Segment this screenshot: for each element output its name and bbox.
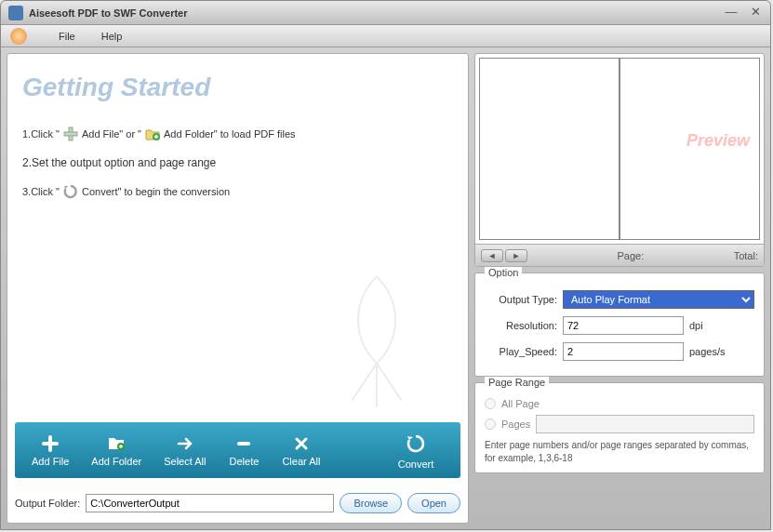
all-page-row: All Page	[485, 398, 754, 409]
resolution-input[interactable]	[563, 316, 684, 335]
minus-icon	[234, 434, 253, 453]
svg-rect-4	[237, 442, 250, 446]
pages-radio[interactable]	[485, 419, 496, 430]
preview-nav: ◄ ► Page: Total:	[475, 244, 764, 266]
pages-label: Pages	[501, 419, 530, 430]
clear-all-label: Clear All	[282, 456, 320, 467]
menubar: File Help	[1, 25, 770, 47]
folder-plus-icon	[143, 125, 162, 143]
resolution-unit: dpi	[689, 320, 703, 331]
clear-all-button[interactable]: Clear All	[273, 431, 329, 471]
step-2: 2.Set the output option and page range	[22, 156, 453, 169]
delete-label: Delete	[230, 456, 260, 467]
preview-watermark: Preview	[686, 131, 750, 151]
output-type-row: Output Type: Auto Play Format	[485, 290, 754, 309]
page-label: Page:	[617, 250, 644, 261]
page-range-hint: Enter page numbers and/or page ranges se…	[485, 439, 754, 465]
add-folder-label: Add Folder	[91, 456, 141, 467]
preview-pages: Preview	[475, 54, 764, 244]
pages-row: Pages	[485, 415, 754, 433]
logo-icon	[10, 28, 27, 45]
arrow-right-icon	[176, 434, 194, 453]
option-fieldset: Option Output Type: Auto Play Format Res…	[474, 273, 765, 377]
play-speed-input[interactable]	[563, 342, 684, 361]
window-controls: — ✕	[724, 6, 763, 20]
window-title: Aiseesoft PDF to SWF Converter	[29, 7, 724, 19]
step1-text-c: Add Folder" to load PDF files	[164, 128, 295, 140]
play-speed-unit: pages/s	[689, 346, 726, 357]
preview-page-left	[479, 58, 620, 240]
option-legend: Option	[485, 267, 522, 278]
add-file-button[interactable]: Add File	[22, 431, 78, 471]
preview-page-right: Preview	[620, 58, 760, 240]
plus-icon	[41, 434, 60, 453]
left-panel: Getting Started 1.Click " Add File" or "…	[7, 53, 469, 524]
minimize-button[interactable]: —	[724, 6, 739, 20]
getting-started-panel: Getting Started 1.Click " Add File" or "…	[15, 61, 460, 422]
output-folder-input[interactable]	[86, 494, 334, 512]
menu-file[interactable]: File	[46, 31, 88, 42]
toolbar: Add File Add Folder Select All	[15, 422, 460, 478]
app-window: Aiseesoft PDF to SWF Converter — ✕ File …	[0, 0, 771, 530]
refresh-icon	[404, 432, 428, 456]
x-icon	[292, 434, 311, 453]
select-all-label: Select All	[164, 456, 206, 467]
svg-rect-1	[64, 132, 77, 136]
close-button[interactable]: ✕	[748, 6, 763, 20]
nav-arrows: ◄ ►	[481, 249, 527, 262]
output-type-select[interactable]: Auto Play Format	[563, 290, 754, 309]
step1-text-b: Add File" or "	[82, 128, 141, 140]
all-page-label: All Page	[501, 398, 540, 409]
convert-icon	[61, 182, 80, 201]
menu-help[interactable]: Help	[88, 31, 136, 42]
output-type-label: Output Type:	[485, 294, 557, 305]
all-page-radio[interactable]	[485, 398, 496, 409]
titlebar: Aiseesoft PDF to SWF Converter — ✕	[1, 1, 770, 25]
play-speed-row: Play_Speed: pages/s	[485, 342, 754, 361]
convert-label: Convert	[398, 459, 434, 470]
step3-text-a: 3.Click "	[22, 186, 60, 197]
pages-input[interactable]	[536, 415, 754, 433]
step3-text-b: Convert" to begin the conversion	[82, 186, 230, 197]
add-file-label: Add File	[32, 456, 69, 467]
output-folder-label: Output Folder:	[15, 498, 80, 509]
browse-button[interactable]: Browse	[340, 493, 402, 513]
open-button[interactable]: Open	[407, 493, 460, 513]
app-icon	[8, 6, 23, 20]
plus-icon	[61, 125, 80, 143]
step1-text-a: 1.Click "	[22, 128, 60, 140]
play-speed-label: Play_Speed:	[485, 346, 557, 357]
add-folder-button[interactable]: Add Folder	[82, 431, 151, 471]
page-range-fieldset: Page Range All Page Pages Enter page num…	[474, 382, 765, 473]
getting-started-title: Getting Started	[22, 73, 453, 102]
prev-page-button[interactable]: ◄	[481, 249, 503, 262]
page-range-legend: Page Range	[485, 377, 549, 388]
select-all-button[interactable]: Select All	[154, 431, 215, 471]
resolution-label: Resolution:	[485, 320, 557, 331]
output-folder-row: Output Folder: Browse Open	[15, 491, 460, 515]
content-area: Getting Started 1.Click " Add File" or "…	[1, 47, 770, 529]
resolution-row: Resolution: dpi	[485, 316, 754, 335]
total-label: Total:	[734, 250, 758, 261]
convert-button[interactable]: Convert	[379, 428, 453, 473]
preview-box: Preview ◄ ► Page: Total:	[474, 53, 765, 267]
folder-plus-icon	[107, 434, 126, 453]
right-panel: Preview ◄ ► Page: Total: Option Output T…	[474, 53, 765, 524]
step-1: 1.Click " Add File" or " Add Folder" to …	[22, 125, 453, 143]
pdf-watermark-icon	[312, 264, 442, 413]
next-page-button[interactable]: ►	[505, 249, 527, 262]
step-3: 3.Click " Convert" to begin the conversi…	[22, 182, 453, 201]
delete-button[interactable]: Delete	[219, 431, 269, 471]
